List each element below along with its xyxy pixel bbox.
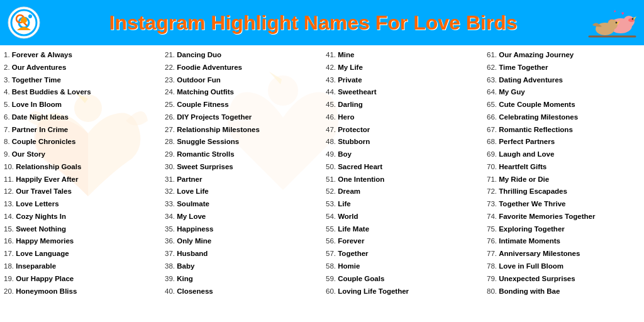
item-number: 71. [487, 175, 497, 183]
svg-point-6 [21, 17, 27, 23]
list-item: 36. Only Mine [165, 235, 318, 248]
item-name: Life Mate [338, 225, 369, 233]
item-number: 58. [326, 262, 336, 270]
item-name: Date Night Ideas [12, 113, 69, 121]
item-name: Together Time [12, 76, 61, 84]
list-item: 39. King [165, 273, 318, 286]
header: Instagram Highlight Names For Love Birds… [0, 0, 644, 45]
item-number: 66. [487, 113, 497, 121]
list-item: 23. Outdoor Fun [165, 74, 318, 87]
list-item: 64. My Guy [487, 86, 640, 99]
item-number: 18. [4, 262, 14, 270]
item-number: 27. [165, 126, 175, 133]
list-item: 25. Couple Fitness [165, 99, 318, 111]
list-item: 22. Foodie Adventures [165, 62, 318, 74]
item-name: Our Amazing Journey [499, 51, 574, 58]
item-name: Perfect Partners [499, 138, 555, 145]
list-item: 45. Darling [326, 99, 479, 111]
item-name: My Love [177, 213, 206, 220]
item-number: 65. [487, 101, 497, 108]
list-item: 47. Protector [326, 124, 479, 136]
item-name: DIY Projects Together [177, 113, 252, 121]
item-name: Our Happy Place [16, 275, 74, 282]
item-number: 53. [326, 200, 336, 208]
item-name: Happy Memories [16, 237, 74, 245]
item-number: 79. [487, 275, 497, 282]
list-item: 44. Sweetheart [326, 86, 479, 99]
item-name: Mine [338, 51, 354, 58]
item-number: 12. [4, 187, 14, 195]
list-item: 60. Loving Life Together [326, 286, 479, 298]
item-name: Baby [177, 262, 194, 270]
item-name: Sweetheart [338, 88, 376, 96]
item-name: World [338, 213, 358, 220]
item-number: 16. [4, 237, 14, 245]
list-item: 38. Baby [165, 260, 318, 273]
list-item: 79. Unexpected Surprises [487, 273, 640, 286]
item-name: Unexpected Surprises [499, 275, 575, 282]
item-number: 10. [4, 163, 14, 170]
list-item: 27. Relationship Milestones [165, 124, 318, 136]
item-number: 30. [165, 163, 175, 170]
list-item: 65. Cute Couple Moments [487, 99, 640, 111]
item-name: Partner In Crime [12, 126, 68, 133]
item-number: 77. [487, 250, 497, 257]
item-name: Loving Life Together [338, 287, 409, 295]
list-item: 74. Favorite Memories Together [487, 211, 640, 223]
item-name: Boy [338, 150, 352, 158]
list-item: 69. Laugh and Love [487, 148, 640, 161]
item-number: 19. [4, 275, 14, 282]
item-number: 54. [326, 213, 336, 220]
item-name: Time Together [499, 64, 548, 71]
list-item: 2. Our Adventures [4, 62, 157, 74]
item-number: 15. [4, 225, 14, 233]
list-item: 59. Couple Goals [326, 273, 479, 286]
list-item: 55. Life Mate [326, 223, 479, 236]
item-number: 43. [326, 76, 336, 84]
svg-point-12 [608, 19, 618, 30]
item-name: Happiness [177, 225, 213, 233]
list-item: 61. Our Amazing Journey [487, 49, 640, 62]
item-number: 2. [4, 64, 10, 71]
item-name: Sweet Surprises [177, 163, 233, 170]
list-item: 49. Boy [326, 148, 479, 161]
list-item: 66. Celebrating Milestones [487, 111, 640, 124]
item-name: Together We Thrive [499, 200, 565, 208]
item-name: Our Travel Tales [16, 187, 72, 195]
item-number: 35. [165, 225, 175, 233]
list-item: 33. Soulmate [165, 198, 318, 211]
item-name: Dancing Duo [177, 51, 221, 58]
list-item: 16. Happy Memories [4, 235, 157, 248]
item-name: Homie [338, 262, 360, 270]
item-number: 47. [326, 126, 336, 133]
item-number: 39. [165, 275, 175, 282]
item-name: Heartfelt Gifts [499, 163, 547, 170]
item-number: 68. [487, 138, 497, 145]
item-number: 55. [326, 225, 336, 233]
list-item: 41. Mine [326, 49, 479, 62]
item-number: 62. [487, 64, 497, 71]
list-item: 21. Dancing Duo [165, 49, 318, 62]
item-number: 74. [487, 213, 497, 220]
item-number: 9. [4, 150, 10, 158]
item-name: Sacred Heart [338, 163, 382, 170]
item-number: 6. [4, 113, 10, 121]
item-name: Intimate Moments [499, 237, 560, 245]
list-item: 53. Life [326, 198, 479, 211]
list-item: 11. Happily Ever After [4, 174, 157, 186]
item-name: Our Adventures [12, 64, 66, 71]
item-name: Matching Outfits [177, 88, 234, 96]
item-name: Happily Ever After [16, 175, 78, 183]
item-number: 31. [165, 175, 175, 183]
list-item: 12. Our Travel Tales [4, 186, 157, 198]
list-item: 48. Stubborn [326, 136, 479, 148]
item-name: One Intention [338, 175, 384, 183]
item-number: 56. [326, 237, 336, 245]
list-item: 75. Exploring Together [487, 223, 640, 236]
item-name: Couple Chronicles [12, 138, 76, 145]
list-item: 57. Together [326, 248, 479, 260]
list-item: 19. Our Happy Place [4, 273, 157, 286]
item-number: 28. [165, 138, 175, 145]
item-name: Our Story [12, 150, 45, 158]
item-number: 34. [165, 213, 175, 220]
